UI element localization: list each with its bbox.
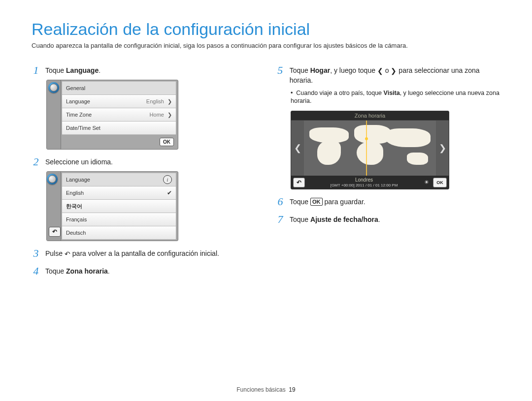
ui1-row-label: Language xyxy=(66,98,90,104)
step-5: 5 Toque Hogar, y luego toque ❮ o ❯ para … xyxy=(276,65,500,85)
ui1-row-timezone[interactable]: Time Zone Home ❯ xyxy=(62,108,176,122)
tz-prev-button[interactable]: ❮ xyxy=(291,143,304,154)
step-1-text-a: Toque xyxy=(45,66,66,74)
ui1-row-value: English xyxy=(146,98,164,104)
tz-next-button[interactable]: ❯ xyxy=(436,143,449,154)
chevron-left-icon: ❮ xyxy=(377,67,383,75)
step-4-text-c: . xyxy=(108,267,110,275)
ui1-row-language[interactable]: Language English ❯ xyxy=(62,95,176,108)
tz-city: Londres xyxy=(308,177,420,183)
step-1: 1 Toque Language. xyxy=(32,65,256,76)
tz-ok-button[interactable]: OK xyxy=(433,178,447,187)
camera-ui-timezone: Zona horaria ❮ ❯ xyxy=(291,111,449,189)
step-4-text-a: Toque xyxy=(45,267,66,275)
ui2-header-row: Language i xyxy=(62,173,176,186)
ok-icon: OK xyxy=(310,198,323,206)
ui2-option-label: 한국어 xyxy=(66,203,82,210)
step-7: 7 Toque Ajuste de fecha/hora. xyxy=(276,214,500,225)
camera-sidebar: ↶ xyxy=(47,172,61,241)
step-3-text-b: para volver a la pantalla de configuraci… xyxy=(70,249,219,257)
sun-icon[interactable]: ☀ xyxy=(423,179,430,186)
ok-button[interactable]: OK xyxy=(160,138,174,146)
camera-ui-language: ↶ Language i English ✔ 한국어 xyxy=(46,171,178,241)
step-5-bullet-bold: Visita xyxy=(384,90,400,96)
camera-ui-general: General Language English ❯ Time Zone Hom… xyxy=(46,80,178,150)
tz-back-button[interactable]: ↶ xyxy=(293,178,305,187)
step-7-bold: Ajuste de fecha/hora xyxy=(310,216,378,223)
check-icon: ✔ xyxy=(167,189,172,196)
ui2-option-english[interactable]: English ✔ xyxy=(62,186,176,200)
step-number: 2 xyxy=(32,156,40,167)
footer-section: Funciones básicas xyxy=(236,386,285,393)
gear-icon xyxy=(47,174,58,185)
world-map xyxy=(304,121,436,176)
tz-title: Zona horaria xyxy=(291,111,449,121)
step-number: 1 xyxy=(32,65,40,76)
step-5-text-d: o xyxy=(383,66,391,74)
ui1-row-label: Date/Time Set xyxy=(66,125,100,131)
ui2-header: Language xyxy=(66,177,90,183)
step-6-text-a: Toque xyxy=(290,198,310,206)
step-7-text-c: . xyxy=(378,216,380,223)
step-1-bold: Language xyxy=(66,66,99,74)
step-number: 5 xyxy=(276,65,285,76)
step-number: 4 xyxy=(32,266,40,277)
step-6-text-b: para guardar. xyxy=(323,198,366,206)
ui1-row-value: Home xyxy=(150,112,164,118)
ui2-option-korean[interactable]: 한국어 xyxy=(62,200,176,213)
step-7-text-a: Toque xyxy=(290,216,310,223)
tz-gmt: [GMT +00:00] xyxy=(331,183,355,187)
step-number: 7 xyxy=(276,214,285,225)
ui1-row-datetime[interactable]: Date/Time Set xyxy=(62,122,176,135)
tz-datetime: 2011 / 01 / 01 12:00 PM xyxy=(356,183,398,187)
ui2-option-label: English xyxy=(66,190,84,196)
step-2: 2 Seleccione un idioma. xyxy=(32,156,256,167)
step-3: 3 Pulse ↶ para volver a la pantalla de c… xyxy=(32,248,256,259)
chevron-right-icon: ❯ xyxy=(166,98,172,104)
tz-info: Londres [GMT +00:00] 2011 / 01 / 01 12:0… xyxy=(308,177,420,187)
step-5-text-c: , y luego toque xyxy=(330,66,377,74)
footer-page-number: 19 xyxy=(289,386,295,393)
info-icon[interactable]: i xyxy=(163,175,172,184)
step-5-text-a: Toque xyxy=(290,66,310,74)
page-footer: Funciones básicas 19 xyxy=(0,386,532,393)
step-5-bullet-a: Cuando viaje a otro país, toque xyxy=(296,90,383,96)
step-number: 6 xyxy=(276,196,285,207)
step-3-text-a: Pulse xyxy=(45,249,65,257)
step-6: 6 Toque OK para guardar. xyxy=(276,196,500,207)
ui2-option-francais[interactable]: Français xyxy=(62,213,176,226)
ui2-option-label: Deutsch xyxy=(66,230,86,236)
chevron-right-icon: ❯ xyxy=(166,112,172,118)
page-intro: Cuando aparezca la pantalla de configura… xyxy=(32,42,500,49)
gear-icon xyxy=(48,82,59,93)
ui1-row-label: Time Zone xyxy=(66,112,92,118)
step-4-bold: Zona horaria xyxy=(66,267,108,275)
step-2-text: Seleccione un idioma. xyxy=(45,156,113,167)
camera-sidebar xyxy=(47,80,61,149)
ui2-option-label: Français xyxy=(66,216,87,222)
ui1-header: General xyxy=(66,85,85,91)
step-number: 3 xyxy=(32,248,40,259)
back-button[interactable]: ↶ xyxy=(49,227,61,237)
step-1-text-c: . xyxy=(99,66,100,74)
page-title: Realización de la configuración inicial xyxy=(32,20,500,39)
step-5-bold: Hogar xyxy=(310,66,330,74)
chevron-right-icon: ❯ xyxy=(391,67,397,75)
ui2-option-deutsch[interactable]: Deutsch xyxy=(62,226,176,240)
step-4: 4 Toque Zona horaria. xyxy=(32,266,256,277)
step-5-bullet: • Cuando viaje a otro país, toque Visita… xyxy=(291,89,500,105)
ui1-header-row: General xyxy=(62,81,176,95)
back-icon: ↶ xyxy=(65,250,70,258)
